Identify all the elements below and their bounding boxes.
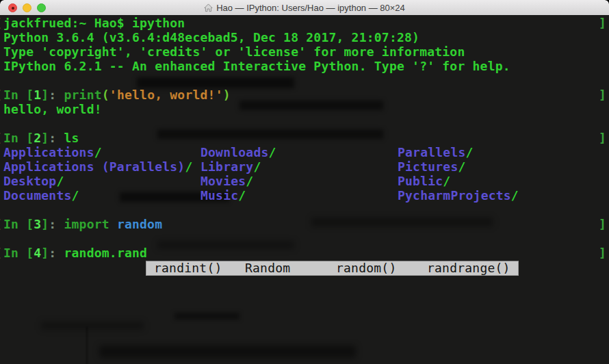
directory-name: Downloads bbox=[200, 145, 269, 159]
directory-name: Pictures bbox=[398, 159, 458, 174]
terminal-line-in3: [In [3]: import random] bbox=[3, 217, 609, 231]
prompt-in: In bbox=[3, 88, 26, 102]
ls-cell: Parallels/ bbox=[398, 145, 474, 159]
ls-output-row: Applications/Downloads/Parallels/ bbox=[3, 145, 609, 159]
prompt-close-bracket: ] bbox=[41, 217, 49, 231]
prompt-colon: : bbox=[49, 131, 64, 145]
prompt-close-bracket: ] bbox=[41, 246, 49, 260]
code-string: 'hello, world!' bbox=[109, 88, 223, 102]
directory-name: Documents bbox=[3, 188, 72, 203]
terminal-line-blank bbox=[3, 73, 609, 88]
code-paren-open: ( bbox=[102, 88, 109, 102]
directory-slash: / bbox=[72, 188, 79, 203]
terminal-line-out1: hello, world! bbox=[3, 102, 609, 116]
copyright-text: Type 'copyright', 'credits' or 'license'… bbox=[3, 44, 465, 59]
ls-cell: Pictures/ bbox=[398, 159, 466, 174]
ipython-banner-text: IPython 6.2.1 -- An enhanced Interactive… bbox=[3, 59, 510, 73]
prompt-colon: : bbox=[49, 217, 64, 231]
directory-slash: / bbox=[443, 174, 450, 188]
ls-cell: PycharmProjects/ bbox=[398, 188, 519, 203]
directory-slash: / bbox=[466, 145, 474, 159]
ls-cell: Library/ bbox=[200, 159, 398, 174]
prompt-number: 3 bbox=[34, 217, 41, 231]
ls-cell: Documents/ bbox=[3, 188, 200, 203]
completion-item[interactable]: randrange() bbox=[427, 261, 510, 275]
terminal-line-in1: [In [1]: print('hello, world!')] bbox=[3, 88, 609, 102]
prompt-in: In bbox=[3, 217, 26, 231]
home-icon bbox=[204, 3, 213, 12]
terminal-line-bash-prompt: [jackfrued:~ Hao$ ipython] bbox=[3, 16, 609, 30]
completion-item[interactable]: random() bbox=[336, 261, 427, 275]
ls-cell: Downloads/ bbox=[200, 145, 398, 159]
code-command: random.rand bbox=[64, 246, 147, 260]
ghost-bracket-left: [ bbox=[0, 246, 2, 260]
ls-cell: Public/ bbox=[398, 174, 450, 188]
directory-name: Applications (Parallels) bbox=[3, 159, 185, 174]
directory-slash: / bbox=[246, 174, 253, 188]
terminal-line-python-version: Python 3.6.4 (v3.6.4:d48ecebad5, Dec 18 … bbox=[3, 30, 609, 44]
terminal-line-in2: [In [2]: ls] bbox=[3, 131, 609, 145]
ls-output-row: Desktop/Movies/Public/ bbox=[3, 174, 609, 188]
directory-slash: / bbox=[238, 188, 246, 203]
directory-slash: / bbox=[185, 159, 192, 174]
code-command: ls bbox=[64, 131, 79, 145]
prompt-number: 4 bbox=[34, 246, 41, 260]
ghost-smudge bbox=[86, 327, 88, 364]
terminal-line-copyright: Type 'copyright', 'credits' or 'license'… bbox=[3, 44, 609, 59]
ls-cell: Applications/ bbox=[3, 145, 200, 159]
terminal-line-in4: [In [4]: random.rand] bbox=[3, 246, 609, 260]
prompt-in: In bbox=[3, 246, 26, 260]
prompt-number: 2 bbox=[34, 131, 41, 145]
prompt-colon: : bbox=[49, 88, 64, 102]
completion-item[interactable]: randint() bbox=[154, 261, 245, 275]
directory-name: Public bbox=[398, 174, 443, 188]
ghost-smudge bbox=[174, 313, 239, 320]
directory-slash: / bbox=[269, 145, 276, 159]
ls-cell: Movies/ bbox=[200, 174, 398, 188]
terminal-window: Hao — IPython: Users/Hao — ipython — 80×… bbox=[0, 0, 609, 364]
directory-name: Parallels bbox=[398, 145, 466, 159]
prompt-close-bracket: ] bbox=[41, 131, 49, 145]
terminal-content[interactable]: [jackfrued:~ Hao$ ipython] Python 3.6.4 … bbox=[0, 15, 609, 364]
prompt-colon: : bbox=[49, 246, 64, 260]
completion-item[interactable]: Random bbox=[245, 261, 336, 275]
prompt-number: 1 bbox=[34, 88, 41, 102]
directory-slash: / bbox=[56, 174, 64, 188]
ghost-bracket-right: ] bbox=[599, 131, 606, 145]
completion-menu: randint()Randomrandom()randrange() bbox=[146, 261, 519, 276]
code-function: print bbox=[64, 88, 101, 102]
directory-name: Desktop bbox=[3, 174, 56, 188]
ls-output-row: Documents/Music/PycharmProjects/ bbox=[3, 188, 609, 203]
traffic-lights bbox=[8, 0, 46, 15]
ls-cell: Applications (Parallels)/ bbox=[3, 159, 200, 174]
directory-slash: / bbox=[253, 159, 261, 174]
minimize-icon[interactable] bbox=[23, 3, 31, 12]
terminal-line-blank bbox=[3, 231, 609, 246]
title-bar[interactable]: Hao — IPython: Users/Hao — ipython — 80×… bbox=[0, 0, 609, 16]
prompt-close-bracket: ] bbox=[41, 88, 49, 102]
directory-name: Applications bbox=[3, 145, 94, 159]
ghost-bracket-right: ] bbox=[599, 88, 606, 102]
zoom-icon[interactable] bbox=[37, 3, 46, 12]
directory-slash: / bbox=[94, 145, 102, 159]
python-version-text: Python 3.6.4 (v3.6.4:d48ecebad5, Dec 18 … bbox=[3, 30, 419, 44]
bash-prompt-text: jackfrued:~ Hao$ ipython bbox=[3, 16, 185, 30]
ls-cell: Desktop/ bbox=[3, 174, 200, 188]
ghost-bracket-right: ] bbox=[599, 246, 606, 260]
code-paren-close: ) bbox=[223, 88, 231, 102]
directory-name: Music bbox=[200, 188, 238, 203]
terminal-line-ipython-banner: IPython 6.2.1 -- An enhanced Interactive… bbox=[3, 59, 609, 73]
ghost-smudge bbox=[99, 346, 356, 358]
output-text: hello, world! bbox=[3, 102, 102, 116]
close-icon[interactable] bbox=[8, 3, 17, 12]
directory-slash: / bbox=[458, 159, 465, 174]
ghost-bracket-left: [ bbox=[0, 131, 2, 145]
directory-slash: / bbox=[511, 188, 519, 203]
prompt-open-bracket: [ bbox=[26, 246, 34, 260]
terminal-line-blank bbox=[3, 203, 609, 217]
ghost-bracket-left: [ bbox=[0, 88, 2, 102]
ghost-bracket-left: [ bbox=[0, 217, 2, 231]
directory-name: Movies bbox=[200, 174, 246, 188]
directory-name: PycharmProjects bbox=[398, 188, 511, 203]
prompt-open-bracket: [ bbox=[26, 131, 34, 145]
